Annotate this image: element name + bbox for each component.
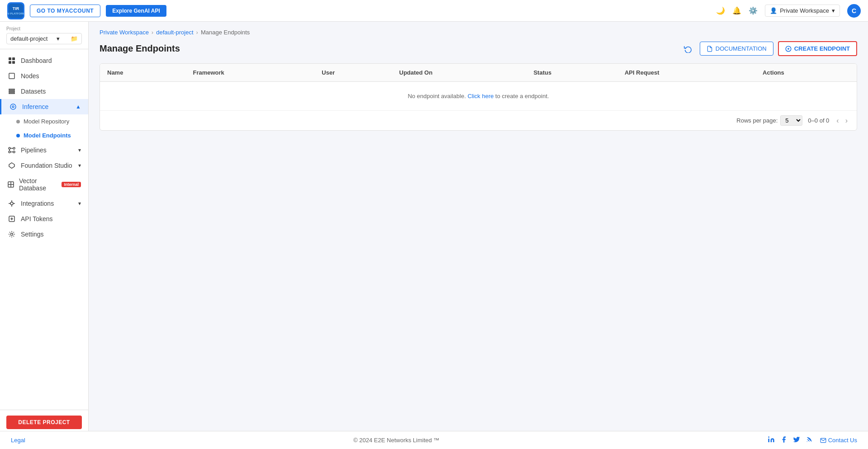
page-footer: Legal © 2024 E2E Networks Limited ™ Cont… bbox=[0, 431, 868, 449]
endpoints-table-container: Name Framework User Updated On Status AP… bbox=[100, 63, 857, 131]
main-layout: Project default-project ▾ 📁 Dashboard bbox=[0, 22, 868, 449]
sidebar-item-pipelines[interactable]: Pipelines ▾ bbox=[0, 142, 88, 158]
sidebar-item-foundation-studio-label: Foundation Studio bbox=[21, 162, 72, 169]
sidebar-item-nodes[interactable]: Nodes bbox=[0, 68, 88, 84]
sidebar-item-api-tokens[interactable]: API Tokens bbox=[0, 211, 88, 227]
svg-point-16 bbox=[13, 151, 15, 153]
svg-point-30 bbox=[11, 233, 13, 236]
svg-rect-6 bbox=[12, 61, 15, 64]
notification-icon[interactable]: 🔔 bbox=[732, 6, 741, 15]
page-header: Manage Endpoints DOCUMENTATION CREATE EN… bbox=[100, 41, 857, 56]
project-dropdown-chevron: ▾ bbox=[57, 35, 60, 42]
table-empty-cell: No endpoint available. Click here to cre… bbox=[100, 82, 857, 111]
foundation-studio-expand-icon: ▾ bbox=[78, 162, 81, 169]
linkedin-icon[interactable] bbox=[768, 436, 775, 444]
sidebar-item-inference-label: Inference bbox=[22, 103, 48, 110]
sidebar-item-foundation-studio[interactable]: Foundation Studio ▾ bbox=[0, 158, 88, 173]
user-avatar[interactable]: C bbox=[847, 4, 861, 18]
table-empty-row: No endpoint available. Click here to cre… bbox=[100, 82, 857, 111]
integrations-icon bbox=[7, 200, 16, 207]
rows-per-page-container: Rows per page: 5 10 25 bbox=[736, 115, 802, 126]
sidebar: Project default-project ▾ 📁 Dashboard bbox=[0, 22, 89, 449]
workspace-icon: 👤 bbox=[770, 7, 777, 14]
rss-icon[interactable] bbox=[806, 436, 813, 444]
tir-logo: TIR AI PLATFORM bbox=[7, 2, 24, 19]
svg-point-11 bbox=[10, 104, 16, 109]
vector-database-badge: Internal bbox=[62, 182, 81, 187]
sidebar-subitem-model-repository[interactable]: Model Repository bbox=[0, 114, 88, 128]
documentation-button[interactable]: DOCUMENTATION bbox=[700, 42, 773, 56]
footer-legal[interactable]: Legal bbox=[11, 437, 25, 444]
table-footer: Rows per page: 5 10 25 0–0 of 0 ‹ › bbox=[100, 111, 857, 130]
endpoints-table: Name Framework User Updated On Status AP… bbox=[100, 64, 857, 111]
svg-point-35 bbox=[768, 436, 769, 438]
sidebar-subitem-model-endpoints[interactable]: Model Endpoints bbox=[0, 128, 88, 142]
model-repository-dot bbox=[16, 120, 20, 123]
integrations-expand-icon: ▾ bbox=[78, 200, 81, 207]
facebook-icon[interactable] bbox=[780, 436, 787, 444]
pagination-controls: ‹ › bbox=[835, 116, 849, 126]
explore-genai-button[interactable]: Explore GenAI API bbox=[106, 5, 166, 17]
vector-database-icon bbox=[7, 181, 14, 188]
refresh-button[interactable] bbox=[681, 42, 695, 56]
sidebar-item-settings[interactable]: Settings bbox=[0, 227, 88, 242]
col-status: Status bbox=[526, 64, 617, 82]
page-title: Manage Endpoints bbox=[100, 43, 180, 54]
svg-rect-34 bbox=[768, 439, 769, 442]
table-header: Name Framework User Updated On Status AP… bbox=[100, 64, 857, 82]
sidebar-item-inference[interactable]: Inference ▲ bbox=[0, 99, 88, 114]
delete-project-button[interactable]: DELETE PROJECT bbox=[6, 416, 82, 429]
prev-page-button[interactable]: ‹ bbox=[835, 116, 840, 126]
sidebar-subitem-model-repository-label: Model Repository bbox=[24, 118, 69, 125]
breadcrumb-project[interactable]: default-project bbox=[156, 29, 193, 36]
moon-icon[interactable]: 🌙 bbox=[716, 6, 725, 15]
sidebar-item-nodes-label: Nodes bbox=[21, 72, 39, 80]
svg-rect-4 bbox=[12, 57, 15, 60]
breadcrumb-workspace[interactable]: Private Workspace bbox=[100, 29, 149, 36]
rows-per-page-label: Rows per page: bbox=[736, 117, 778, 124]
twitter-icon[interactable] bbox=[793, 436, 800, 444]
empty-click-here-link[interactable]: Click here bbox=[468, 93, 494, 99]
svg-rect-10 bbox=[9, 93, 14, 94]
sidebar-item-api-tokens-label: API Tokens bbox=[21, 215, 53, 222]
project-name: default-project bbox=[10, 35, 47, 42]
col-updated-on: Updated On bbox=[392, 64, 526, 82]
rows-per-page-select[interactable]: 5 10 25 bbox=[780, 115, 802, 126]
svg-point-13 bbox=[9, 147, 10, 149]
topbar-left: TIR AI PLATFORM GO TO MYACCOUNT Explore … bbox=[7, 2, 166, 19]
project-label: Project bbox=[6, 26, 82, 31]
go-to-myaccount-button[interactable]: GO TO MYACCOUNT bbox=[30, 5, 100, 17]
dashboard-icon bbox=[7, 57, 16, 64]
model-endpoints-dot bbox=[16, 134, 20, 137]
contact-us-link[interactable]: Contact Us bbox=[820, 437, 857, 444]
pipelines-icon bbox=[7, 147, 16, 154]
svg-rect-3 bbox=[9, 57, 11, 60]
settings-nav-icon bbox=[7, 231, 16, 238]
workspace-selector[interactable]: 👤 Private Workspace ▾ bbox=[765, 5, 840, 17]
svg-text:TIR: TIR bbox=[13, 6, 19, 11]
sidebar-item-vector-database[interactable]: Vector Database Internal bbox=[0, 173, 88, 196]
create-endpoint-button[interactable]: CREATE ENDPOINT bbox=[778, 41, 857, 56]
footer-social bbox=[768, 436, 813, 444]
col-user: User bbox=[314, 64, 392, 82]
project-dropdown[interactable]: default-project ▾ 📁 bbox=[6, 33, 82, 44]
sidebar-nav: Dashboard Nodes Datasets Inference bbox=[0, 49, 88, 410]
sidebar-item-integrations[interactable]: Integrations ▾ bbox=[0, 196, 88, 211]
sidebar-item-settings-label: Settings bbox=[21, 231, 44, 238]
empty-action-text: to create a endpoint. bbox=[495, 93, 549, 99]
pagination-range: 0–0 of 0 bbox=[808, 117, 829, 124]
sidebar-item-dashboard[interactable]: Dashboard bbox=[0, 53, 88, 68]
table-body: No endpoint available. Click here to cre… bbox=[100, 82, 857, 111]
settings-icon[interactable]: ⚙️ bbox=[749, 6, 758, 15]
col-actions: Actions bbox=[755, 64, 857, 82]
main-content: Private Workspace › default-project › Ma… bbox=[89, 22, 868, 449]
topbar: TIR AI PLATFORM GO TO MYACCOUNT Explore … bbox=[0, 0, 868, 22]
next-page-button[interactable]: › bbox=[844, 116, 849, 126]
workspace-label: Private Workspace bbox=[780, 7, 829, 14]
svg-rect-9 bbox=[9, 91, 14, 92]
footer-copyright: © 2024 E2E Networks Limited ™ bbox=[353, 437, 439, 444]
sidebar-item-datasets[interactable]: Datasets bbox=[0, 84, 88, 99]
sidebar-item-pipelines-label: Pipelines bbox=[21, 147, 47, 154]
sidebar-subitem-model-endpoints-label: Model Endpoints bbox=[24, 132, 71, 139]
svg-rect-7 bbox=[9, 73, 14, 79]
